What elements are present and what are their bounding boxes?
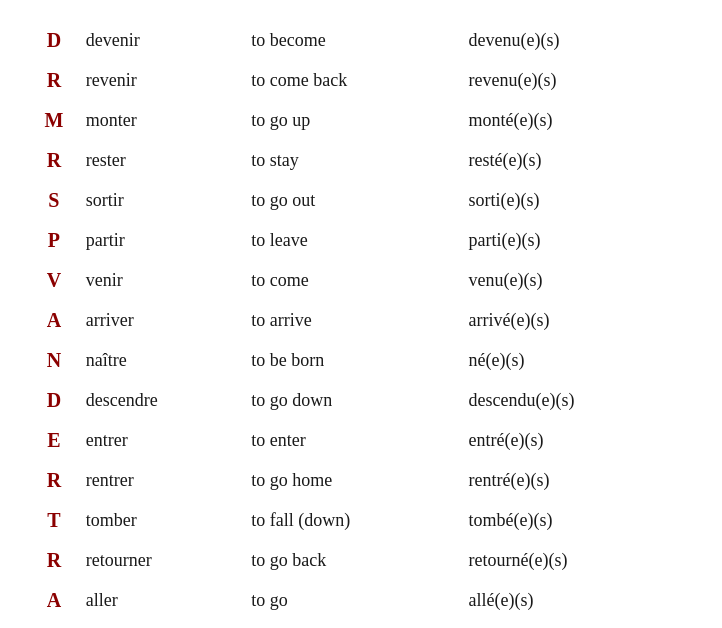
letter-cell: R bbox=[30, 460, 82, 500]
table-row: D devenir to become devenu(e)(s) bbox=[30, 20, 692, 60]
verb-label: descendre bbox=[86, 390, 158, 410]
verb-label: venir bbox=[86, 270, 123, 290]
translation-cell: to enter bbox=[247, 420, 464, 460]
participle-label: né(e)(s) bbox=[468, 350, 524, 370]
verb-label: sortir bbox=[86, 190, 124, 210]
letter-cell: A bbox=[30, 300, 82, 340]
table-row: R revenir to come back revenu(e)(s) bbox=[30, 60, 692, 100]
letter-label: E bbox=[47, 429, 60, 451]
translation-cell: to go up bbox=[247, 100, 464, 140]
translation-cell: to go out bbox=[247, 180, 464, 220]
translation-label: to be born bbox=[251, 350, 324, 370]
participle-cell: revenu(e)(s) bbox=[464, 60, 692, 100]
participle-label: rentré(e)(s) bbox=[468, 470, 549, 490]
table-row: V venir to come venu(e)(s) bbox=[30, 260, 692, 300]
verb-cell: sortir bbox=[82, 180, 248, 220]
letter-label: D bbox=[47, 29, 61, 51]
participle-cell: parti(e)(s) bbox=[464, 220, 692, 260]
table-row: E entrer to enter entré(e)(s) bbox=[30, 420, 692, 460]
letter-cell: S bbox=[30, 180, 82, 220]
table-row: R retourner to go back retourné(e)(s) bbox=[30, 540, 692, 580]
letter-label: N bbox=[47, 349, 61, 371]
translation-label: to go out bbox=[251, 190, 315, 210]
translation-label: to leave bbox=[251, 230, 307, 250]
translation-cell: to fall (down) bbox=[247, 500, 464, 540]
translation-label: to stay bbox=[251, 150, 299, 170]
letter-cell: M bbox=[30, 620, 82, 628]
verb-cell: revenir bbox=[82, 60, 248, 100]
translation-cell: to go bbox=[247, 580, 464, 620]
letter-cell: R bbox=[30, 60, 82, 100]
letter-label: V bbox=[47, 269, 61, 291]
letter-label: A bbox=[47, 589, 61, 611]
translation-label: to go back bbox=[251, 550, 326, 570]
table-row: R rentrer to go home rentré(e)(s) bbox=[30, 460, 692, 500]
verb-cell: rester bbox=[82, 140, 248, 180]
letter-cell: A bbox=[30, 580, 82, 620]
participle-label: resté(e)(s) bbox=[468, 150, 541, 170]
participle-cell: venu(e)(s) bbox=[464, 260, 692, 300]
translation-cell: to leave bbox=[247, 220, 464, 260]
translation-cell: to go down bbox=[247, 380, 464, 420]
participle-cell: rentré(e)(s) bbox=[464, 460, 692, 500]
participle-label: sorti(e)(s) bbox=[468, 190, 539, 210]
participle-cell: descendu(e)(s) bbox=[464, 380, 692, 420]
participle-cell: resté(e)(s) bbox=[464, 140, 692, 180]
participle-label: entré(e)(s) bbox=[468, 430, 543, 450]
participle-label: tombé(e)(s) bbox=[468, 510, 552, 530]
translation-cell: to stay bbox=[247, 140, 464, 180]
participle-cell: sorti(e)(s) bbox=[464, 180, 692, 220]
table-row: A aller to go allé(e)(s) bbox=[30, 580, 692, 620]
letter-cell: P bbox=[30, 220, 82, 260]
verb-label: entrer bbox=[86, 430, 128, 450]
verb-cell: arriver bbox=[82, 300, 248, 340]
translation-cell: to go home bbox=[247, 460, 464, 500]
participle-label: arrivé(e)(s) bbox=[468, 310, 549, 330]
translation-label: to come bbox=[251, 270, 308, 290]
letter-cell: D bbox=[30, 380, 82, 420]
verb-cell: devenir bbox=[82, 20, 248, 60]
translation-label: to go bbox=[251, 590, 288, 610]
letter-cell: N bbox=[30, 340, 82, 380]
verb-label: monter bbox=[86, 110, 137, 130]
translation-label: to come back bbox=[251, 70, 347, 90]
translation-cell: to become bbox=[247, 20, 464, 60]
translation-label: to go down bbox=[251, 390, 332, 410]
verb-label: rentrer bbox=[86, 470, 134, 490]
verb-label: devenir bbox=[86, 30, 140, 50]
letter-label: R bbox=[47, 149, 61, 171]
table-row: T tomber to fall (down) tombé(e)(s) bbox=[30, 500, 692, 540]
verb-label: rester bbox=[86, 150, 126, 170]
letter-label: P bbox=[48, 229, 60, 251]
letter-cell: E bbox=[30, 420, 82, 460]
letter-label: T bbox=[47, 509, 60, 531]
participle-cell: mort(e)(s) bbox=[464, 620, 692, 628]
participle-label: retourné(e)(s) bbox=[468, 550, 567, 570]
participle-label: descendu(e)(s) bbox=[468, 390, 574, 410]
verb-label: naître bbox=[86, 350, 127, 370]
translation-label: to become bbox=[251, 30, 325, 50]
participle-cell: tombé(e)(s) bbox=[464, 500, 692, 540]
participle-cell: devenu(e)(s) bbox=[464, 20, 692, 60]
translation-cell: to arrive bbox=[247, 300, 464, 340]
verb-cell: monter bbox=[82, 100, 248, 140]
letter-cell: R bbox=[30, 540, 82, 580]
verb-label: arriver bbox=[86, 310, 134, 330]
participle-cell: né(e)(s) bbox=[464, 340, 692, 380]
verb-cell: retourner bbox=[82, 540, 248, 580]
verb-label: aller bbox=[86, 590, 118, 610]
participle-cell: monté(e)(s) bbox=[464, 100, 692, 140]
table-row: S sortir to go out sorti(e)(s) bbox=[30, 180, 692, 220]
participle-label: monté(e)(s) bbox=[468, 110, 552, 130]
verb-cell: tomber bbox=[82, 500, 248, 540]
translation-label: to enter bbox=[251, 430, 305, 450]
participle-label: devenu(e)(s) bbox=[468, 30, 559, 50]
translation-cell: to come bbox=[247, 260, 464, 300]
verb-cell: venir bbox=[82, 260, 248, 300]
table-row: D descendre to go down descendu(e)(s) bbox=[30, 380, 692, 420]
verb-table: D devenir to become devenu(e)(s) R reven… bbox=[30, 20, 692, 628]
verb-label: retourner bbox=[86, 550, 152, 570]
letter-label: D bbox=[47, 389, 61, 411]
letter-cell: M bbox=[30, 100, 82, 140]
translation-cell: to go back bbox=[247, 540, 464, 580]
